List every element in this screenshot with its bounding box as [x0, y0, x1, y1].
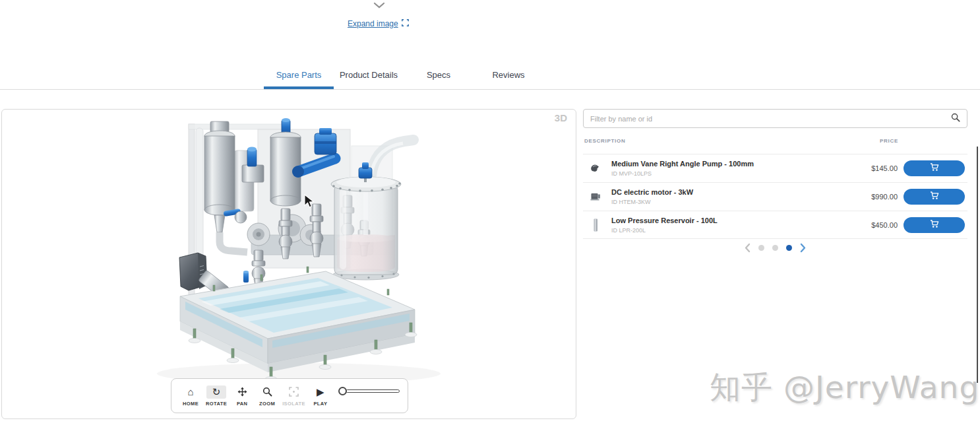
- cart-icon: [930, 163, 939, 174]
- home-icon: ⌂: [181, 385, 200, 399]
- rotate-icon: ↻: [206, 385, 226, 399]
- table-row[interactable]: Low Pressure Reservoir - 100L ID LPR-200…: [583, 211, 967, 239]
- viewer-panel: 3D: [1, 109, 576, 419]
- play-button[interactable]: ▶ PLAY: [308, 385, 333, 407]
- motor-thumbnail: [589, 187, 602, 206]
- parts-filter: [583, 109, 967, 128]
- filter-input[interactable]: [590, 115, 951, 123]
- description-column-header: DESCRIPTION: [584, 138, 625, 144]
- part-price: $450.00: [871, 221, 898, 229]
- reservoir-thumbnail: [589, 216, 602, 234]
- table-row[interactable]: DC electric motor - 3kW ID HTEM-3KW $990…: [583, 182, 967, 211]
- scrollbar[interactable]: [977, 147, 978, 383]
- part-id: ID MVP-10LPS: [611, 170, 754, 177]
- isolate-icon: [284, 385, 304, 399]
- play-icon: ▶: [311, 385, 330, 399]
- tab-spare-parts[interactable]: Spare Parts: [264, 64, 334, 89]
- tab-specs[interactable]: Specs: [404, 64, 474, 89]
- parts-table: Medium Vane Right Angle Pump - 100mm ID …: [583, 154, 967, 239]
- tab-reviews[interactable]: Reviews: [474, 64, 543, 89]
- expand-image-label: Expand image: [348, 19, 398, 28]
- tab-product-details[interactable]: Product Details: [334, 64, 404, 89]
- next-page-button[interactable]: [800, 243, 807, 253]
- add-to-cart-button[interactable]: [903, 217, 965, 233]
- table-row[interactable]: Medium Vane Right Angle Pump - 100mm ID …: [583, 154, 967, 182]
- part-id: ID HTEM-3KW: [611, 199, 693, 205]
- active-tab-underline: [264, 86, 334, 89]
- part-price: $145.00: [871, 164, 898, 172]
- cart-icon: [930, 191, 939, 202]
- expand-icon: [402, 19, 409, 28]
- slider-track[interactable]: [346, 389, 400, 393]
- chevron-down-icon[interactable]: [371, 0, 387, 8]
- pump-thumbnail: [589, 159, 602, 178]
- add-to-cart-button[interactable]: [903, 160, 965, 176]
- rotate-button[interactable]: ↻ ROTATE: [203, 385, 230, 407]
- zoom-icon: [257, 385, 277, 399]
- page-dot-2[interactable]: [772, 245, 778, 251]
- expand-image-link[interactable]: Expand image: [348, 19, 409, 28]
- part-title: Medium Vane Right Angle Pump - 100mm: [611, 160, 754, 168]
- part-id: ID LPR-200L: [611, 227, 718, 234]
- cart-icon: [930, 220, 939, 230]
- part-title: Low Pressure Reservoir - 100L: [611, 217, 718, 224]
- tab-bar: Spare Parts Product Details Specs Review…: [264, 64, 543, 89]
- page-dot-3-active[interactable]: [786, 245, 792, 251]
- slider-handle[interactable]: [338, 387, 347, 395]
- pan-icon: [232, 385, 252, 399]
- parts-table-header: DESCRIPTION PRICE: [584, 138, 967, 146]
- home-button[interactable]: ⌂ HOME: [178, 385, 203, 407]
- pagination: [583, 243, 967, 253]
- part-title: DC electric motor - 3kW: [611, 188, 693, 196]
- animation-speed-slider[interactable]: [338, 387, 400, 395]
- price-column-header: PRICE: [880, 138, 898, 144]
- pan-button[interactable]: PAN: [230, 385, 255, 407]
- tab-divider: [0, 89, 980, 90]
- viewer-toolbar: ⌂ HOME ↻ ROTATE PAN ZOOM ISOLATE ▶: [171, 378, 408, 413]
- add-to-cart-button[interactable]: [903, 189, 965, 205]
- isolate-button[interactable]: ISOLATE: [280, 385, 308, 407]
- watermark: 知乎 @JerryWang: [710, 367, 979, 409]
- part-price: $990.00: [871, 193, 898, 201]
- 3d-model-canvas[interactable]: [2, 110, 577, 420]
- previous-page-button[interactable]: [744, 243, 750, 253]
- page-dot-1[interactable]: [758, 245, 764, 251]
- zoom-button[interactable]: ZOOM: [255, 385, 280, 407]
- search-icon[interactable]: [951, 113, 960, 125]
